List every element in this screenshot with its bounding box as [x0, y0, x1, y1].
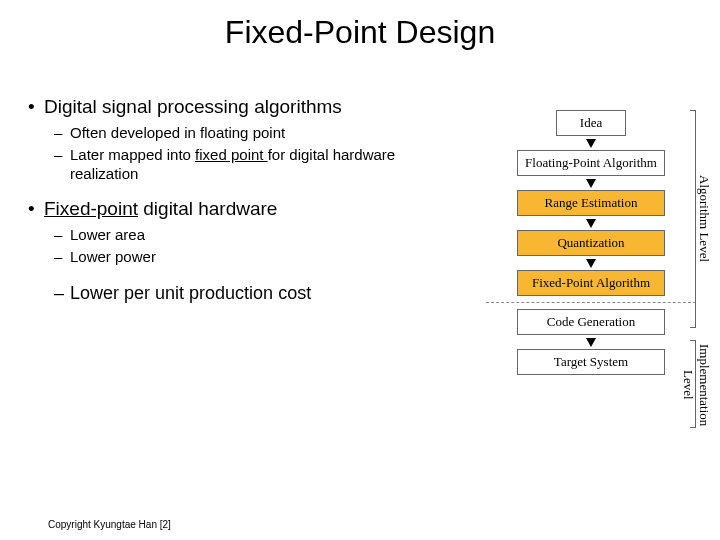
copyright-text: Copyright Kyungtae Han [2] — [48, 519, 171, 530]
box-fixed-point-algorithm: Fixed-Point Algorithm — [517, 270, 665, 296]
arrow-down-icon — [586, 338, 596, 347]
box-range-estimation: Range Estimation — [517, 190, 665, 216]
arrow-down-icon — [586, 259, 596, 268]
bullet-lvl1: Fixed-point digital hardware — [28, 198, 448, 220]
slide-title: Fixed-Point Design — [0, 14, 720, 51]
label-implementation-level: Implementation Level — [680, 340, 712, 430]
dashed-divider — [486, 302, 696, 303]
text: Later mapped into — [70, 146, 195, 163]
box-floating-point-algorithm: Floating-Point Algorithm — [517, 150, 665, 176]
underline-text: Fixed-point — [44, 198, 138, 219]
bullet-lvl1: Digital signal processing algorithms — [28, 96, 448, 118]
flow-diagram: Algorithm Level Implementation Level Ide… — [486, 110, 696, 375]
arrow-down-icon — [586, 139, 596, 148]
bullet-content: Digital signal processing algorithms Oft… — [28, 92, 448, 310]
text: digital hardware — [138, 198, 277, 219]
bullet-lvl2: Later mapped into fixed point for digita… — [28, 146, 448, 184]
box-quantization: Quantization — [517, 230, 665, 256]
bullet-lvl2: Lower area — [28, 226, 448, 245]
arrow-down-icon — [586, 219, 596, 228]
box-code-generation: Code Generation — [517, 309, 665, 335]
bullet-lvl2: Lower power — [28, 248, 448, 267]
label-algorithm-level: Algorithm Level — [696, 110, 712, 328]
box-target-system: Target System — [517, 349, 665, 375]
bullet-lvl2: Often developed in floating point — [28, 124, 448, 143]
bullet-lvl2: Lower per unit production cost — [28, 282, 448, 305]
box-idea: Idea — [556, 110, 626, 136]
arrow-down-icon — [586, 179, 596, 188]
underline-text: fixed point — [195, 146, 268, 163]
